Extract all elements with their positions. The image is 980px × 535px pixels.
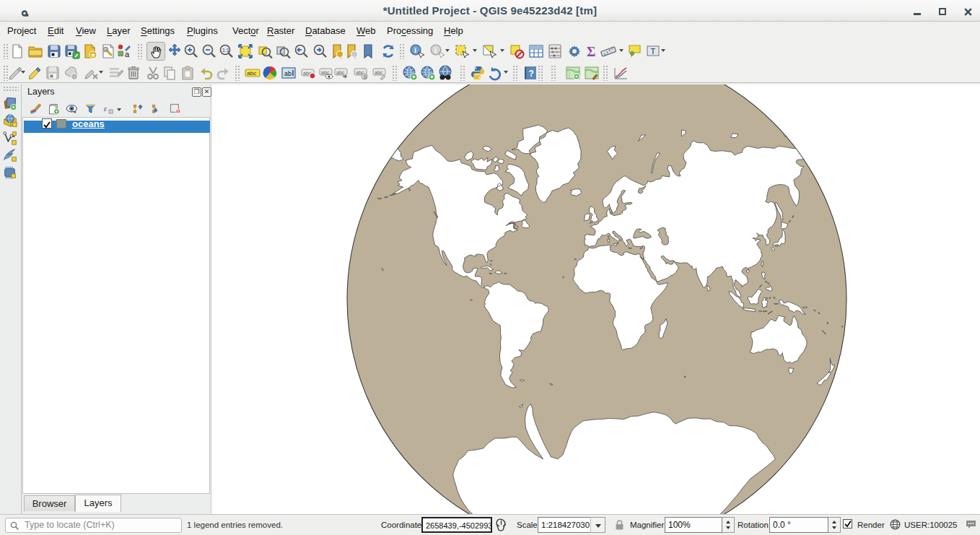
svg-text:a: a xyxy=(125,50,130,58)
svg-text:Σ: Σ xyxy=(587,44,595,59)
svg-text:ε: ε xyxy=(104,104,108,113)
svg-text:abc: abc xyxy=(336,70,345,75)
svg-text:i: i xyxy=(434,45,437,54)
svg-text:S: S xyxy=(364,74,367,79)
svg-text:abc: abc xyxy=(375,70,383,75)
svg-text:?: ? xyxy=(529,69,534,79)
svg-text:abc: abc xyxy=(321,70,330,75)
svg-text:abc: abc xyxy=(247,70,256,77)
svg-text:i: i xyxy=(414,45,416,54)
svg-text:T: T xyxy=(651,47,656,56)
svg-text:ab: ab xyxy=(284,70,292,77)
svg-text:1:1: 1:1 xyxy=(222,48,229,53)
